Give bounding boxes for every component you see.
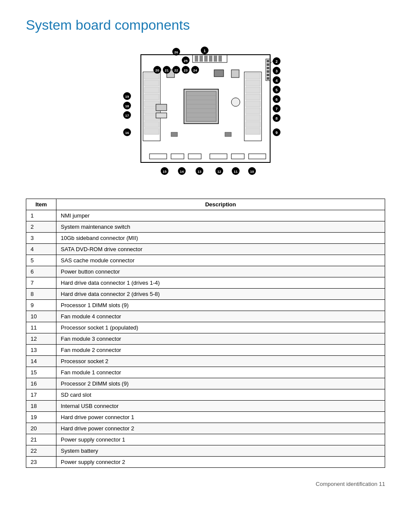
item-description: Internal USB connector bbox=[56, 401, 385, 412]
item-number: 1 bbox=[26, 210, 56, 221]
svg-rect-25 bbox=[144, 80, 159, 86]
page-title: System board components bbox=[26, 17, 385, 33]
svg-rect-24 bbox=[144, 73, 159, 79]
table-row: 310Gb sideband connector (MII) bbox=[26, 233, 385, 244]
item-description: Processor socket 1 (populated) bbox=[56, 322, 385, 333]
item-description: Fan module 3 connector bbox=[56, 333, 385, 345]
svg-text:24: 24 bbox=[193, 68, 197, 72]
svg-rect-27 bbox=[144, 94, 159, 100]
svg-rect-41 bbox=[246, 121, 260, 128]
table-row: 4SATA DVD-ROM drive connector bbox=[26, 244, 385, 255]
svg-text:4: 4 bbox=[275, 78, 277, 83]
item-description: SD card slot bbox=[56, 389, 385, 401]
item-description: Power supply connector 2 bbox=[56, 457, 385, 468]
table-row: 10Fan module 4 connector bbox=[26, 311, 385, 322]
svg-rect-26 bbox=[144, 87, 159, 93]
svg-text:16: 16 bbox=[125, 131, 129, 135]
svg-text:8: 8 bbox=[275, 116, 277, 121]
item-description: Power button connector bbox=[56, 266, 385, 277]
svg-rect-6 bbox=[214, 56, 217, 62]
svg-rect-7 bbox=[218, 56, 222, 62]
svg-rect-10 bbox=[267, 63, 269, 66]
svg-rect-44 bbox=[171, 154, 184, 159]
table-row: 23Power supply connector 2 bbox=[26, 457, 385, 468]
table-row: 9Processor 1 DIMM slots (9) bbox=[26, 300, 385, 311]
svg-text:2: 2 bbox=[275, 59, 277, 64]
item-description: Power supply connector 1 bbox=[56, 434, 385, 445]
svg-rect-54 bbox=[214, 70, 224, 77]
svg-text:25: 25 bbox=[184, 59, 188, 63]
item-number: 8 bbox=[26, 289, 56, 300]
svg-text:15: 15 bbox=[163, 170, 167, 174]
item-number: 11 bbox=[26, 322, 56, 333]
item-number: 23 bbox=[26, 457, 56, 468]
svg-text:10: 10 bbox=[250, 170, 254, 174]
table-row: 21Power supply connector 1 bbox=[26, 434, 385, 445]
svg-rect-11 bbox=[267, 67, 269, 69]
svg-text:23: 23 bbox=[184, 68, 188, 72]
item-number: 22 bbox=[26, 445, 56, 457]
item-number: 17 bbox=[26, 389, 56, 401]
item-description: Fan module 1 connector bbox=[56, 367, 385, 378]
item-number: 16 bbox=[26, 378, 56, 389]
table-row: 16Processor 2 DIMM slots (9) bbox=[26, 378, 385, 389]
page-footer: Component identification 11 bbox=[26, 481, 385, 487]
item-number: 12 bbox=[26, 333, 56, 345]
item-description: SAS cache module connector bbox=[56, 255, 385, 266]
table-row: 8Hard drive data connector 2 (drives 5-8… bbox=[26, 289, 385, 300]
table-row: 1NMI jumper bbox=[26, 210, 385, 221]
svg-text:17: 17 bbox=[125, 114, 129, 118]
col-header-item: Item bbox=[26, 199, 56, 210]
item-description: Hard drive power connector 1 bbox=[56, 412, 385, 423]
item-number: 18 bbox=[26, 401, 56, 412]
svg-rect-38 bbox=[246, 101, 260, 107]
svg-text:22: 22 bbox=[174, 68, 178, 72]
svg-rect-50 bbox=[231, 70, 239, 78]
svg-rect-5 bbox=[209, 56, 212, 62]
svg-rect-12 bbox=[267, 70, 269, 73]
item-number: 7 bbox=[26, 277, 56, 289]
svg-rect-39 bbox=[246, 108, 260, 114]
components-table: Item Description 1NMI jumper2System main… bbox=[26, 199, 385, 468]
svg-text:5: 5 bbox=[275, 88, 277, 92]
svg-text:6: 6 bbox=[275, 97, 277, 102]
svg-rect-42 bbox=[246, 128, 260, 134]
table-row: 22System battery bbox=[26, 445, 385, 457]
item-number: 3 bbox=[26, 233, 56, 244]
item-number: 6 bbox=[26, 266, 56, 277]
svg-text:7: 7 bbox=[275, 107, 277, 111]
board-svg: 1 2 3 4 5 6 7 bbox=[115, 42, 296, 188]
svg-rect-48 bbox=[249, 154, 266, 159]
item-number: 19 bbox=[26, 412, 56, 423]
svg-rect-9 bbox=[267, 60, 269, 62]
table-row: 11Processor socket 1 (populated) bbox=[26, 322, 385, 333]
table-row: 12Fan module 3 connector bbox=[26, 333, 385, 345]
svg-text:13: 13 bbox=[198, 170, 202, 174]
table-row: 5SAS cache module connector bbox=[26, 255, 385, 266]
item-number: 13 bbox=[26, 345, 56, 356]
item-number: 14 bbox=[26, 356, 56, 367]
table-row: 13Fan module 2 connector bbox=[26, 345, 385, 356]
svg-text:21: 21 bbox=[165, 68, 169, 72]
item-description: System maintenance switch bbox=[56, 221, 385, 233]
svg-rect-35 bbox=[246, 80, 260, 86]
svg-rect-45 bbox=[188, 154, 201, 159]
svg-text:19: 19 bbox=[125, 95, 129, 99]
item-description: NMI jumper bbox=[56, 210, 385, 221]
item-description: Processor 2 DIMM slots (9) bbox=[56, 378, 385, 389]
svg-rect-4 bbox=[204, 56, 208, 62]
item-description: Processor 1 DIMM slots (9) bbox=[56, 300, 385, 311]
svg-rect-34 bbox=[246, 73, 260, 79]
svg-text:12: 12 bbox=[218, 170, 221, 174]
table-row: 15Fan module 1 connector bbox=[26, 367, 385, 378]
item-number: 4 bbox=[26, 244, 56, 255]
item-number: 9 bbox=[26, 300, 56, 311]
svg-rect-46 bbox=[210, 154, 227, 159]
svg-rect-2 bbox=[195, 56, 198, 62]
svg-rect-16 bbox=[186, 91, 216, 121]
item-number: 5 bbox=[26, 255, 56, 266]
svg-rect-31 bbox=[144, 121, 159, 128]
table-row: 20Hard drive power connector 2 bbox=[26, 423, 385, 434]
svg-text:3: 3 bbox=[275, 69, 277, 73]
svg-text:1: 1 bbox=[203, 49, 206, 53]
